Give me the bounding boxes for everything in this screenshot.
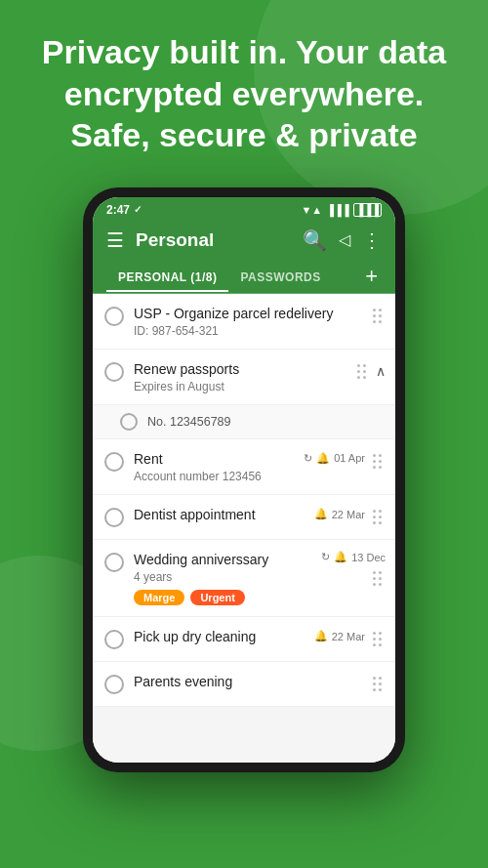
task-content: Parents evening bbox=[124, 673, 369, 690]
status-check-icon: ✓ bbox=[134, 204, 142, 215]
task-content: Rent Account number 123456 bbox=[124, 450, 304, 483]
task-checkbox[interactable] bbox=[104, 508, 124, 527]
task-checkbox[interactable] bbox=[104, 553, 124, 572]
collapse-icon[interactable]: ∧ bbox=[376, 363, 386, 379]
task-content: USP - Organize parcel redelivery ID: 987… bbox=[124, 305, 369, 338]
search-icon[interactable]: 🔍 bbox=[303, 228, 327, 252]
menu-icon[interactable]: ☰ bbox=[106, 228, 124, 252]
bell-icon: 🔔 bbox=[334, 551, 347, 563]
tags-row: Marge Urgent bbox=[134, 590, 315, 605]
task-subtitle: Account number 123456 bbox=[134, 470, 298, 483]
drag-handle[interactable] bbox=[369, 628, 386, 650]
more-options-icon[interactable]: ⋮ bbox=[362, 228, 382, 252]
sub-task-checkbox[interactable] bbox=[120, 413, 138, 431]
task-title: Renew passports bbox=[134, 360, 347, 378]
drag-handle[interactable] bbox=[353, 360, 370, 383]
task-content: Dentist appointment bbox=[124, 506, 314, 523]
status-time-area: 2:47 ✓ bbox=[106, 203, 142, 217]
wifi-icon: ▼▲ bbox=[301, 204, 322, 216]
drag-handle[interactable] bbox=[369, 673, 386, 695]
bell-icon: 🔔 bbox=[316, 452, 330, 465]
sub-task-text: No. 123456789 bbox=[138, 415, 386, 429]
app-bar: ☰ Personal 🔍 ◁ ⋮ bbox=[93, 221, 395, 260]
task-date: 22 Mar bbox=[332, 509, 365, 520]
tag-urgent[interactable]: Urgent bbox=[190, 590, 244, 605]
task-content: Pick up dry cleaning bbox=[124, 628, 314, 645]
task-content: Renew passports Expires in August bbox=[124, 360, 353, 393]
status-bar: 2:47 ✓ ▼▲ ▐▐▐ ▐▐▐ bbox=[93, 197, 395, 221]
table-row: Dentist appointment 🔔 22 Mar bbox=[93, 495, 395, 540]
table-row: USP - Organize parcel redelivery ID: 987… bbox=[93, 294, 395, 350]
task-date: 22 Mar bbox=[332, 631, 365, 642]
task-subtitle: Expires in August bbox=[134, 380, 347, 393]
task-checkbox[interactable] bbox=[104, 307, 124, 326]
app-bar-title: Personal bbox=[136, 229, 291, 251]
table-row: Renew passports Expires in August ∧ bbox=[93, 350, 395, 405]
battery-icon: ▐▐▐ bbox=[353, 203, 382, 217]
table-row: Rent Account number 123456 ↻ 🔔 01 Apr bbox=[93, 439, 395, 495]
drag-handle[interactable] bbox=[369, 305, 386, 327]
task-list: USP - Organize parcel redelivery ID: 987… bbox=[93, 294, 395, 763]
task-checkbox[interactable] bbox=[104, 675, 124, 694]
recur-icon: ↻ bbox=[304, 452, 312, 465]
tab-passwords[interactable]: PASSWORDS bbox=[228, 261, 332, 292]
task-title: Dentist appointment bbox=[134, 506, 308, 523]
task-title: Rent bbox=[134, 450, 298, 468]
task-checkbox[interactable] bbox=[104, 452, 124, 472]
drag-handle[interactable] bbox=[369, 567, 386, 590]
task-checkbox[interactable] bbox=[104, 630, 124, 649]
bell-icon: 🔔 bbox=[314, 508, 328, 520]
table-row: Parents evening bbox=[93, 662, 395, 707]
recur-icon: ↻ bbox=[321, 551, 330, 563]
task-content: Wedding anniverssary 4 years Marge Urgen… bbox=[124, 551, 321, 605]
task-date: 01 Apr bbox=[334, 452, 365, 464]
phone-screen: 2:47 ✓ ▼▲ ▐▐▐ ▐▐▐ ☰ Personal 🔍 ◁ ⋮ PERSO bbox=[93, 197, 395, 763]
table-row: Wedding anniverssary 4 years Marge Urgen… bbox=[93, 540, 395, 617]
drag-handle[interactable] bbox=[369, 450, 386, 473]
phone-frame: 2:47 ✓ ▼▲ ▐▐▐ ▐▐▐ ☰ Personal 🔍 ◁ ⋮ PERSO bbox=[83, 187, 405, 772]
status-time: 2:47 bbox=[106, 203, 130, 217]
drag-handle[interactable] bbox=[369, 506, 386, 528]
task-title: Parents evening bbox=[134, 673, 363, 690]
task-checkbox[interactable] bbox=[104, 362, 124, 382]
task-title: Wedding anniverssary bbox=[134, 551, 315, 568]
add-task-button[interactable]: + bbox=[361, 260, 382, 293]
task-title: Pick up dry cleaning bbox=[134, 628, 308, 645]
tab-personal[interactable]: PERSONAL (1/8) bbox=[106, 261, 228, 292]
list-item: No. 123456789 bbox=[93, 405, 395, 439]
bell-icon: 🔔 bbox=[314, 630, 328, 642]
share-icon[interactable]: ◁ bbox=[339, 230, 350, 249]
task-date: 13 Dec bbox=[351, 552, 386, 563]
task-subtitle: ID: 987-654-321 bbox=[134, 324, 363, 338]
table-row: Pick up dry cleaning 🔔 22 Mar bbox=[93, 617, 395, 662]
task-subtitle: 4 years bbox=[134, 570, 315, 584]
signal-icon: ▐▐▐ bbox=[326, 204, 348, 216]
status-icons: ▼▲ ▐▐▐ ▐▐▐ bbox=[301, 203, 382, 217]
tab-bar: PERSONAL (1/8) PASSWORDS + bbox=[93, 260, 395, 294]
tag-marge[interactable]: Marge bbox=[134, 590, 184, 605]
task-title: USP - Organize parcel redelivery bbox=[134, 305, 363, 322]
